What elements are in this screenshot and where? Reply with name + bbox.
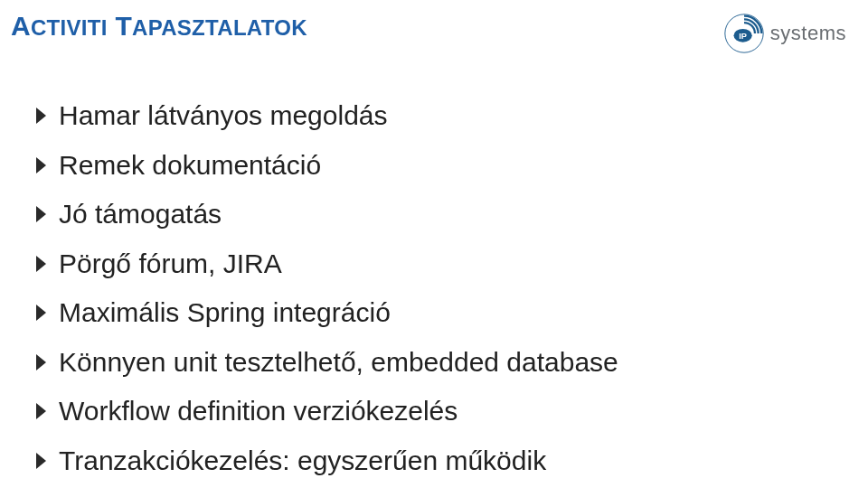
bullet-text: Pörgő fórum, JIRA bbox=[59, 246, 282, 283]
list-item: Pörgő fórum, JIRA bbox=[36, 246, 832, 283]
bullet-text: Activiti in Action bbox=[59, 492, 247, 497]
bullet-text: Remek dokumentáció bbox=[59, 147, 321, 184]
bullet-text: Hamar látványos megoldás bbox=[59, 98, 388, 135]
bullet-text: Maximális Spring integráció bbox=[59, 295, 391, 332]
logo-arcs-icon: IP bbox=[723, 13, 765, 54]
list-item: Workflow definition verziókezelés bbox=[36, 393, 832, 430]
bullet-list: Hamar látványos megoldás Remek dokumentá… bbox=[36, 98, 832, 497]
bullet-marker-icon bbox=[36, 354, 46, 370]
list-item: Jó támogatás bbox=[36, 196, 832, 233]
list-item: Hamar látványos megoldás bbox=[36, 98, 832, 135]
bullet-marker-icon bbox=[36, 305, 46, 321]
list-item: Activiti in Action bbox=[36, 492, 832, 497]
slide-content: Hamar látványos megoldás Remek dokumentá… bbox=[0, 54, 868, 497]
logo-badge-text: IP bbox=[739, 32, 747, 41]
bullet-marker-icon bbox=[36, 206, 46, 222]
bullet-text: Tranzakciókezelés: egyszerűen működik bbox=[59, 443, 546, 480]
title-word-2: APASZTALATOK bbox=[132, 15, 307, 40]
bullet-marker-icon bbox=[36, 403, 46, 419]
list-item: Tranzakciókezelés: egyszerűen működik bbox=[36, 443, 832, 480]
company-logo: IP systems bbox=[723, 13, 846, 54]
bullet-marker-icon bbox=[36, 108, 46, 124]
bullet-marker-icon bbox=[36, 256, 46, 272]
list-item: Könnyen unit tesztelhető, embedded datab… bbox=[36, 344, 832, 381]
bullet-text: Könnyen unit tesztelhető, embedded datab… bbox=[59, 344, 618, 381]
title-cap-2: T bbox=[115, 11, 132, 41]
bullet-marker-icon bbox=[36, 453, 46, 469]
bullet-text: Workflow definition verziókezelés bbox=[59, 393, 458, 430]
slide-title: ACTIVITI TAPASZTALATOK bbox=[11, 11, 307, 42]
list-item: Remek dokumentáció bbox=[36, 147, 832, 184]
title-word-1: CTIVITI bbox=[31, 15, 108, 40]
slide-header: ACTIVITI TAPASZTALATOK IP systems bbox=[0, 0, 868, 54]
title-cap-1: A bbox=[11, 11, 31, 41]
bullet-text: Jó támogatás bbox=[59, 196, 222, 233]
logo-brand-text: systems bbox=[770, 22, 846, 45]
bullet-marker-icon bbox=[36, 157, 46, 173]
list-item: Maximális Spring integráció bbox=[36, 295, 832, 332]
